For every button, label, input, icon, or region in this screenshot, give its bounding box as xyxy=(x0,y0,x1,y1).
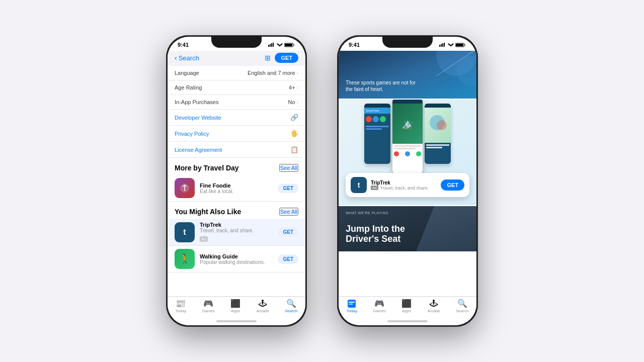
apps-icon-2: ⬛ xyxy=(401,299,412,308)
card-jump: WHAT WE'RE PLAYING Jump Into the Driver'… xyxy=(339,206,476,251)
see-all-more-by[interactable]: See All xyxy=(279,164,298,172)
notch-1 xyxy=(211,37,262,48)
wifi-icon xyxy=(277,43,283,47)
svg-point-12 xyxy=(450,46,451,47)
tab-arcade-2[interactable]: 🕹 Arcade xyxy=(427,299,440,313)
nav-back-button[interactable]: ‹ Search xyxy=(175,54,199,62)
svg-rect-0 xyxy=(268,45,269,47)
battery-icon xyxy=(284,43,295,47)
tab-games-1[interactable]: 🎮 Games xyxy=(202,299,215,313)
svg-rect-3 xyxy=(273,43,274,47)
svg-point-4 xyxy=(279,46,280,47)
tab-today-1[interactable]: 📰 Today xyxy=(176,299,186,313)
app-info-triptrek: TripTrek Travel, track, and share. Ad xyxy=(200,222,273,242)
back-chevron-icon: ‹ xyxy=(175,54,177,62)
home-indicator-2 xyxy=(339,317,476,325)
svg-rect-8 xyxy=(439,45,440,47)
home-indicator-1 xyxy=(168,317,305,325)
signal-icon-2 xyxy=(439,43,446,47)
status-time-2: 9:41 xyxy=(349,42,360,48)
signal-icon xyxy=(268,43,275,47)
svg-rect-9 xyxy=(441,44,442,47)
link-developer[interactable]: Developer Website 🔗 xyxy=(168,110,305,126)
tab-arcade-2-label: Arcade xyxy=(427,309,440,313)
tab-arcade-1[interactable]: 🕹 Arcade xyxy=(256,299,269,313)
get-btn-fine-foodie[interactable]: GET xyxy=(278,184,298,193)
section-more-by: More by Travel Day See All xyxy=(168,158,305,175)
tab-apps-2-label: Apps xyxy=(402,309,411,313)
ad-app-icon: t xyxy=(351,177,367,193)
tab-apps-2[interactable]: ⬛ Apps xyxy=(401,299,412,313)
app-icon-triptrek: t xyxy=(175,222,195,242)
phone2-cards[interactable]: These sports games are not for the faint… xyxy=(339,51,476,296)
today-icon-2 xyxy=(347,299,356,308)
svg-rect-19 xyxy=(349,302,355,303)
games-icon: 🎮 xyxy=(203,299,213,308)
home-bar-1 xyxy=(216,320,257,322)
svg-rect-10 xyxy=(442,43,443,47)
tab-bar-2: Today 🎮 Games ⬛ Apps 🕹 Arcade 🔍 Search xyxy=(339,296,476,317)
card-jump-label: WHAT WE'RE PLAYING xyxy=(346,211,388,215)
get-button-nav[interactable]: GET xyxy=(275,53,298,63)
app-icon-walking-guide: 🚶 xyxy=(175,249,195,269)
battery-icon-2 xyxy=(455,43,466,47)
status-time-1: 9:41 xyxy=(178,42,189,48)
app-row-fine-foodie: Fine Foodie Eat like a local. GET xyxy=(168,175,305,202)
tab-search-2[interactable]: 🔍 Search xyxy=(456,299,468,313)
ad-get-button[interactable]: GET xyxy=(441,179,464,191)
arcade-icon: 🕹 xyxy=(259,299,267,308)
svg-rect-20 xyxy=(349,304,353,305)
see-all-also-like[interactable]: See All xyxy=(279,208,298,216)
get-btn-walking[interactable]: GET xyxy=(278,254,298,264)
tab-arcade-label: Arcade xyxy=(256,309,269,313)
app-icon-fine-foodie xyxy=(175,178,195,198)
tab-bar-1: 📰 Today 🎮 Games ⬛ Apps 🕹 Arcade 🔍 xyxy=(168,296,305,317)
info-row-language: Language English and 7 more › xyxy=(168,66,305,80)
tab-apps-1[interactable]: ⬛ Apps xyxy=(230,299,240,313)
card-social: Social Feed xyxy=(339,100,476,205)
section-also-like: You Might Also Like See All xyxy=(168,202,305,219)
scroll-area-1[interactable]: Language English and 7 more › Age Rating… xyxy=(168,66,305,296)
status-icons-2 xyxy=(439,43,466,47)
home-bar-2 xyxy=(387,320,428,322)
get-btn-triptrek[interactable]: GET xyxy=(278,227,298,237)
info-row-age: Age Rating 4+ › xyxy=(168,80,305,95)
svg-rect-6 xyxy=(285,44,292,46)
tab-search-2-label: Search xyxy=(456,309,468,313)
games-icon-2: 🎮 xyxy=(374,299,384,308)
tab-games-2[interactable]: 🎮 Games xyxy=(373,299,386,313)
svg-rect-14 xyxy=(456,44,463,46)
link-license[interactable]: License Agreement 📋 xyxy=(168,142,305,158)
phones-container: 9:41 xyxy=(0,0,644,362)
tab-games-label: Games xyxy=(202,309,215,313)
ad-badge: Ad xyxy=(200,236,208,242)
ad-overlay: t TripTrek Ad Travel, track, and share. … xyxy=(346,173,469,197)
link-privacy[interactable]: Privacy Policy 🖐 xyxy=(168,126,305,142)
status-icons-1 xyxy=(268,43,295,47)
sports-card-text: These sports games are not for the faint… xyxy=(346,79,416,93)
svg-rect-2 xyxy=(271,43,272,47)
phone-2: 9:41 xyxy=(337,35,478,327)
card-jump-title: Jump Into the Driver's Seat xyxy=(346,224,405,244)
sports-decoration xyxy=(416,51,476,91)
wifi-icon-2 xyxy=(448,43,454,47)
ad-app-info: TripTrek Ad Travel, track, and share. xyxy=(371,180,437,191)
card-sports: These sports games are not for the faint… xyxy=(339,51,476,99)
ad-badge-2: Ad xyxy=(371,186,378,190)
search-icon-tab: 🔍 xyxy=(286,299,296,308)
search-icon-tab-2: 🔍 xyxy=(457,299,467,308)
app-info-fine-foodie: Fine Foodie Eat like a local. xyxy=(200,183,273,194)
app-row-triptrek: t TripTrek Travel, track, and share. Ad … xyxy=(168,219,305,246)
tab-today-2-label: Today xyxy=(347,309,357,313)
tab-search-1[interactable]: 🔍 Search xyxy=(285,299,297,313)
notch-2 xyxy=(382,37,433,48)
tab-games-2-label: Games xyxy=(373,309,386,313)
info-row-iap: In-App Purchases No › xyxy=(168,95,305,110)
back-label: Search xyxy=(179,54,199,62)
svg-rect-11 xyxy=(444,43,445,47)
tab-search-label: Search xyxy=(285,309,297,313)
phone-1: 9:41 xyxy=(166,35,307,327)
tab-today-label: Today xyxy=(176,309,186,313)
list-icon[interactable]: ⊞ xyxy=(265,54,271,62)
tab-today-2[interactable]: Today xyxy=(347,299,357,313)
